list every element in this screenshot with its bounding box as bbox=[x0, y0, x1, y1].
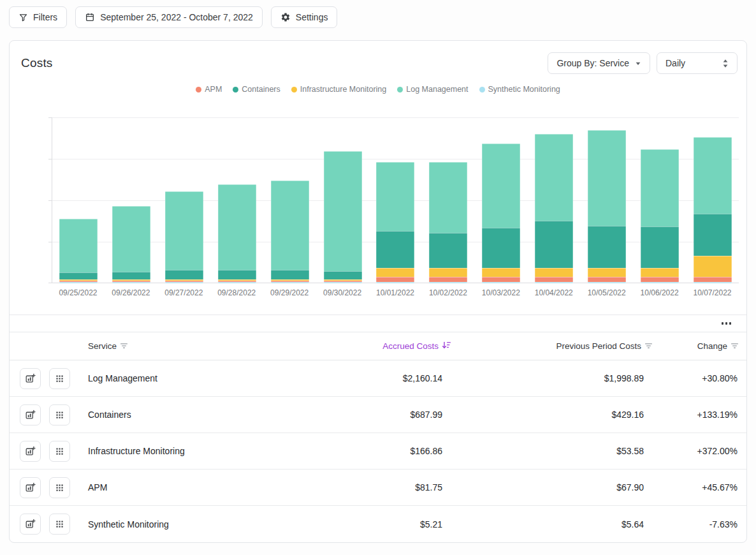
bar-segment bbox=[112, 206, 150, 272]
bar-segment bbox=[482, 268, 520, 278]
bar-segment bbox=[271, 270, 309, 279]
settings-button[interactable]: Settings bbox=[271, 6, 338, 28]
calendar-icon bbox=[85, 12, 95, 22]
legend-label: APM bbox=[205, 85, 222, 94]
bar-column bbox=[52, 117, 105, 283]
x-axis-tick-label: 10/03/2022 bbox=[474, 288, 527, 297]
table-row: Containers$687.99$429.16+133.19% bbox=[10, 397, 746, 433]
add-to-dashboard-button[interactable] bbox=[20, 404, 41, 426]
y-axis-tick bbox=[48, 200, 52, 201]
stacked-bar[interactable] bbox=[482, 144, 520, 283]
legend-item[interactable]: Log Management bbox=[397, 84, 468, 94]
stacked-bar[interactable] bbox=[588, 130, 626, 283]
x-axis-tick-label: 09/25/2022 bbox=[52, 288, 105, 297]
bar-segment bbox=[59, 272, 98, 279]
bar-segment bbox=[641, 282, 679, 283]
panel-header: Costs Group By: Service Daily bbox=[10, 41, 746, 74]
add-to-dashboard-button[interactable] bbox=[20, 514, 41, 535]
stacked-bar[interactable] bbox=[429, 162, 467, 283]
bar-segment bbox=[588, 282, 626, 283]
bar-segment bbox=[694, 214, 732, 256]
bar-segment bbox=[588, 130, 626, 226]
settings-button-label: Settings bbox=[296, 12, 328, 22]
x-axis-tick-label: 09/28/2022 bbox=[210, 288, 263, 297]
column-header-accrued-costs[interactable]: Accrued Costs bbox=[300, 341, 451, 351]
legend-item[interactable]: Containers bbox=[233, 84, 280, 94]
view-resources-button[interactable] bbox=[49, 441, 70, 462]
previous-period-costs-cell: $1,998.89 bbox=[451, 373, 653, 383]
bar-segment bbox=[641, 268, 679, 278]
stacked-bar[interactable] bbox=[324, 151, 362, 283]
stacked-bar[interactable] bbox=[218, 184, 256, 283]
bar-segment bbox=[376, 162, 414, 231]
view-resources-button[interactable] bbox=[49, 368, 70, 389]
row-actions bbox=[20, 441, 88, 462]
x-axis-tick-label: 09/27/2022 bbox=[157, 288, 210, 297]
stacked-bar[interactable] bbox=[641, 149, 679, 283]
more-options-button[interactable] bbox=[719, 320, 734, 327]
filter-lines-icon bbox=[731, 341, 739, 351]
change-cell: +133.19% bbox=[653, 410, 739, 420]
column-header-previous-period-costs[interactable]: Previous Period Costs bbox=[451, 341, 653, 351]
bar-segment bbox=[641, 149, 679, 227]
view-resources-button[interactable] bbox=[49, 477, 70, 498]
x-axis-tick-label: 10/01/2022 bbox=[369, 288, 422, 297]
column-header-change[interactable]: Change bbox=[653, 341, 739, 351]
stacked-bar[interactable] bbox=[271, 181, 309, 283]
row-actions bbox=[20, 368, 88, 389]
interval-select[interactable]: Daily bbox=[657, 52, 738, 74]
group-by-dropdown[interactable]: Group By: Service bbox=[548, 52, 650, 74]
add-to-dashboard-button[interactable] bbox=[20, 441, 41, 462]
bar-segment bbox=[535, 277, 573, 282]
stacked-bar[interactable] bbox=[59, 219, 98, 283]
stacked-bar[interactable] bbox=[694, 137, 732, 283]
x-axis-tick-label: 10/07/2022 bbox=[686, 288, 739, 297]
add-to-dashboard-button[interactable] bbox=[20, 368, 41, 389]
legend-item[interactable]: Infrastructure Monitoring bbox=[291, 84, 386, 94]
view-resources-button[interactable] bbox=[49, 514, 70, 535]
row-actions bbox=[20, 477, 88, 498]
bar-column bbox=[316, 117, 369, 283]
legend-item[interactable]: APM bbox=[196, 84, 222, 94]
date-range-label: September 25, 2022 - October 7, 2022 bbox=[100, 12, 253, 22]
bar-column bbox=[105, 117, 158, 283]
add-chart-icon bbox=[25, 446, 36, 457]
add-to-dashboard-button[interactable] bbox=[20, 477, 41, 498]
bar-segment bbox=[588, 268, 626, 278]
legend-dot-icon bbox=[233, 87, 238, 93]
bar-column bbox=[158, 117, 211, 283]
page: Filters September 25, 2022 - October 7, … bbox=[0, 0, 756, 543]
bar-segment bbox=[641, 277, 679, 282]
legend-label: Synthetic Monitoring bbox=[488, 85, 560, 94]
date-range-button[interactable]: September 25, 2022 - October 7, 2022 bbox=[75, 6, 263, 28]
legend-item[interactable]: Synthetic Monitoring bbox=[479, 84, 560, 94]
legend: APMContainersInfrastructure MonitoringLo… bbox=[10, 84, 746, 94]
bar-segment bbox=[324, 282, 362, 283]
stacked-bar[interactable] bbox=[112, 206, 150, 283]
bar-segment bbox=[165, 270, 203, 279]
bar-segment bbox=[482, 282, 520, 283]
bar-segment bbox=[59, 282, 98, 283]
service-name-cell: Infrastructure Monitoring bbox=[88, 446, 300, 456]
panel-controls: Group By: Service Daily bbox=[548, 52, 738, 74]
filters-button[interactable]: Filters bbox=[9, 6, 67, 28]
bar-column bbox=[580, 117, 633, 283]
stacked-bar[interactable] bbox=[165, 191, 203, 283]
row-actions bbox=[20, 404, 88, 426]
stacked-bar[interactable] bbox=[535, 134, 573, 283]
filter-lines-icon bbox=[644, 341, 653, 351]
stacked-bar[interactable] bbox=[376, 162, 414, 283]
x-axis-tick-label: 10/02/2022 bbox=[421, 288, 474, 297]
column-header-service[interactable]: Service bbox=[88, 341, 300, 351]
grid-icon bbox=[54, 482, 65, 493]
stacked-bar-chart bbox=[52, 117, 739, 283]
view-resources-button[interactable] bbox=[49, 404, 70, 426]
sort-descending-icon bbox=[442, 341, 451, 351]
table-body: Log Management$2,160.14$1,998.89+30.80%C… bbox=[10, 360, 746, 542]
previous-period-costs-cell: $67.90 bbox=[451, 482, 653, 492]
x-axis-tick-label: 10/04/2022 bbox=[527, 288, 580, 297]
bar-segment bbox=[165, 282, 203, 283]
bar-column bbox=[528, 117, 581, 283]
bar-segment bbox=[641, 226, 679, 267]
filter-lines-icon bbox=[120, 341, 128, 351]
